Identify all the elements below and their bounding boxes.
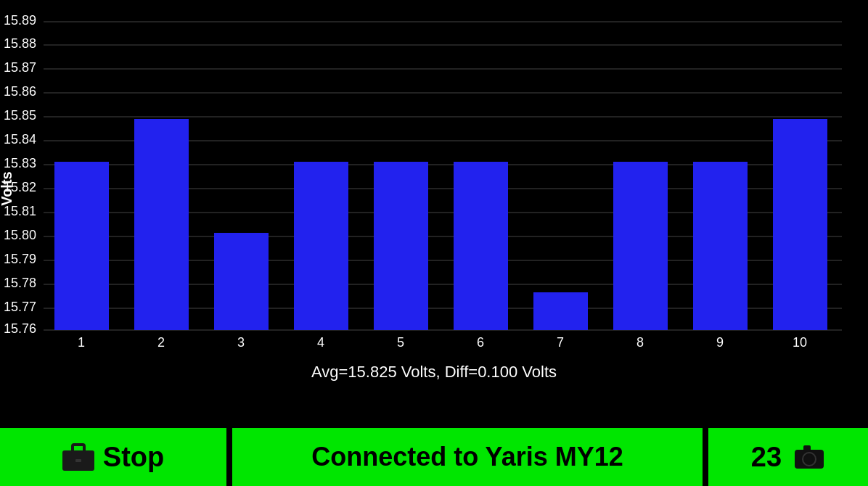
- separator-left: [226, 428, 229, 486]
- svg-text:15.85: 15.85: [4, 108, 36, 123]
- chart-subtitle: Avg=15.825 Volts, Diff=0.100 Volts: [311, 363, 557, 381]
- svg-text:2: 2: [157, 335, 165, 350]
- camera-button[interactable]: 23: [708, 428, 868, 486]
- bar-5: [374, 162, 428, 330]
- svg-text:15.84: 15.84: [4, 132, 36, 147]
- svg-text:15.80: 15.80: [4, 228, 36, 242]
- svg-text:7: 7: [557, 335, 564, 350]
- svg-text:15.76: 15.76: [4, 321, 36, 336]
- svg-text:15.88: 15.88: [4, 36, 36, 51]
- bar-3: [214, 233, 269, 330]
- svg-text:15.79: 15.79: [4, 252, 36, 266]
- svg-text:6: 6: [477, 335, 484, 350]
- connected-label: Connected to Yaris MY12: [311, 442, 623, 472]
- svg-rect-45: [803, 445, 811, 451]
- stop-button[interactable]: Stop: [0, 428, 226, 486]
- svg-text:9: 9: [716, 335, 724, 350]
- photo-count: 23: [751, 442, 782, 473]
- svg-text:15.87: 15.87: [4, 60, 36, 75]
- camera-icon: [793, 444, 825, 470]
- briefcase-icon: [62, 443, 94, 471]
- bar-9: [693, 162, 748, 330]
- chart-container: 15.89 15.88 15.87 15.86 15.85 15.84 15.8…: [0, 0, 868, 428]
- bar-1: [54, 162, 109, 330]
- bar-2: [134, 119, 189, 330]
- connected-status: Connected to Yaris MY12: [232, 428, 703, 486]
- bar-chart: 15.89 15.88 15.87 15.86 15.85 15.84 15.8…: [0, 0, 868, 428]
- svg-text:15.86: 15.86: [4, 84, 36, 99]
- bottom-bar: Stop Connected to Yaris MY12 23: [0, 428, 868, 486]
- svg-text:3: 3: [237, 335, 245, 350]
- svg-text:10: 10: [793, 335, 807, 350]
- svg-text:1: 1: [78, 335, 85, 350]
- bar-6: [454, 162, 508, 330]
- svg-point-44: [806, 456, 813, 463]
- svg-text:15.89: 15.89: [4, 13, 36, 28]
- y-axis-label: Volts: [0, 171, 15, 205]
- bar-10: [773, 119, 827, 330]
- bar-8: [613, 162, 668, 330]
- bar-7: [533, 292, 588, 330]
- svg-text:15.78: 15.78: [4, 276, 36, 290]
- svg-text:8: 8: [636, 335, 644, 350]
- svg-text:15.83: 15.83: [4, 156, 36, 170]
- svg-text:5: 5: [397, 335, 404, 350]
- svg-rect-40: [73, 445, 84, 452]
- svg-text:4: 4: [317, 335, 324, 350]
- bar-4: [294, 162, 348, 330]
- stop-label: Stop: [103, 442, 164, 473]
- svg-rect-41: [75, 459, 81, 462]
- svg-text:15.77: 15.77: [4, 300, 36, 314]
